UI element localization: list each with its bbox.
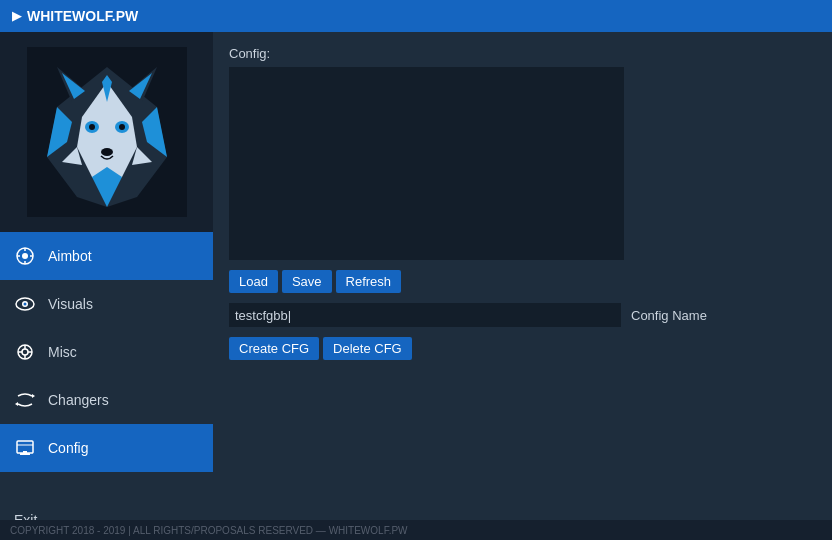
svg-point-12 xyxy=(119,124,125,130)
save-button[interactable]: Save xyxy=(282,270,332,293)
changers-icon xyxy=(14,389,36,411)
sidebar: Aimbot Visuals xyxy=(0,32,213,540)
sidebar-item-changers-label: Changers xyxy=(48,392,109,408)
titlebar: ▶ WHITEWOLF.PW xyxy=(0,0,832,32)
sidebar-item-changers[interactable]: Changers xyxy=(0,376,213,424)
config-section-label: Config: xyxy=(229,46,816,61)
delete-cfg-button[interactable]: Delete CFG xyxy=(323,337,412,360)
config-icon xyxy=(14,437,36,459)
cursor-icon: ▶ xyxy=(12,9,21,23)
sidebar-item-misc[interactable]: Misc xyxy=(0,328,213,376)
load-button[interactable]: Load xyxy=(229,270,278,293)
sidebar-item-misc-label: Misc xyxy=(48,344,77,360)
main-layout: Aimbot Visuals xyxy=(0,32,832,540)
aimbot-icon xyxy=(14,245,36,267)
misc-icon xyxy=(14,341,36,363)
svg-point-28 xyxy=(22,349,28,355)
wolf-logo xyxy=(27,47,187,217)
sidebar-item-config-label: Config xyxy=(48,440,88,456)
svg-point-13 xyxy=(101,148,113,156)
load-save-refresh-row: Load Save Refresh xyxy=(229,270,816,293)
create-cfg-button[interactable]: Create CFG xyxy=(229,337,319,360)
svg-point-19 xyxy=(22,253,28,259)
sidebar-item-aimbot-label: Aimbot xyxy=(48,248,92,264)
svg-point-11 xyxy=(89,124,95,130)
status-text: COPYRIGHT 2018 - 2019 | ALL RIGHTS/PROPO… xyxy=(10,525,408,536)
app-title: WHITEWOLF.PW xyxy=(27,8,138,24)
sidebar-item-visuals-label: Visuals xyxy=(48,296,93,312)
sidebar-item-aimbot[interactable]: Aimbot xyxy=(0,232,213,280)
svg-marker-34 xyxy=(15,402,18,406)
svg-point-26 xyxy=(24,303,27,306)
svg-marker-33 xyxy=(32,394,35,398)
svg-rect-38 xyxy=(23,451,27,454)
config-name-input[interactable] xyxy=(229,303,621,327)
config-name-label: Config Name xyxy=(631,308,707,323)
create-delete-row: Create CFG Delete CFG xyxy=(229,337,816,360)
visuals-icon xyxy=(14,293,36,315)
bottom-status: COPYRIGHT 2018 - 2019 | ALL RIGHTS/PROPO… xyxy=(0,520,832,540)
sidebar-item-config[interactable]: Config xyxy=(0,424,213,472)
refresh-button[interactable]: Refresh xyxy=(336,270,402,293)
config-textarea[interactable] xyxy=(229,67,624,260)
config-name-row: Config Name xyxy=(229,303,816,327)
sidebar-item-visuals[interactable]: Visuals xyxy=(0,280,213,328)
logo-area xyxy=(0,32,213,232)
content-area: Config: Load Save Refresh Config Name Cr… xyxy=(213,32,832,540)
